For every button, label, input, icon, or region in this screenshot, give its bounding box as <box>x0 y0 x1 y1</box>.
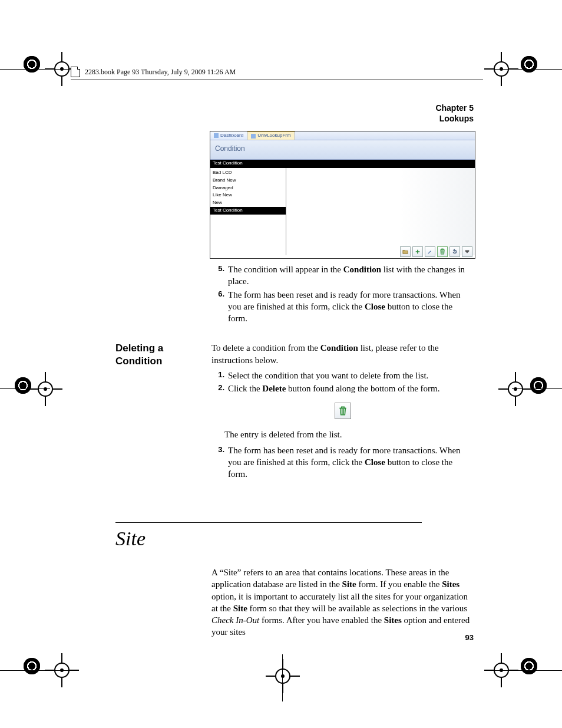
chapter-title: Lookups <box>435 114 474 124</box>
crop-mark-right-mid <box>530 377 547 394</box>
crop-guide <box>0 69 71 70</box>
pencil-icon <box>427 248 433 255</box>
section-rule <box>115 522 422 523</box>
list-item-selected[interactable]: Test Condition <box>210 207 286 215</box>
delete-intro: To delete a condition from the Condition… <box>211 342 474 366</box>
list-item[interactable]: Damaged <box>210 185 286 192</box>
crop-guide <box>491 670 562 671</box>
selected-value-bar: Test Condition <box>210 160 475 168</box>
form-toolbar <box>400 246 472 257</box>
add-button[interactable] <box>412 246 423 257</box>
list-area: Bad LCD Brand New Damaged Like New New T… <box>210 168 475 255</box>
list-item[interactable]: Like New <box>210 192 286 199</box>
step-number: 1. <box>211 370 228 381</box>
delete-step-1: 1. Select the condition that you want to… <box>211 370 474 381</box>
side-spacer <box>115 262 211 325</box>
home-icon <box>214 133 219 138</box>
detail-pane <box>286 168 475 255</box>
crop-guide <box>491 69 562 70</box>
trash-icon <box>338 406 348 416</box>
crop-guide <box>512 388 562 389</box>
content-area: 5. The condition will appear in the Cond… <box>115 262 474 648</box>
donut-icon <box>24 56 40 73</box>
delete-step-2: 2. Click the Delete button found along t… <box>211 383 474 394</box>
list-item[interactable]: New <box>210 199 286 207</box>
body-column: To delete a condition from the Condition… <box>211 342 474 481</box>
crop-mark-top-right <box>521 56 537 73</box>
crop-mark-left-mid <box>15 377 31 394</box>
step-5: 5. The condition will appear in the Cond… <box>211 263 474 288</box>
plus-icon <box>415 248 421 255</box>
crop-guide <box>0 670 71 671</box>
edit-button[interactable] <box>425 246 435 257</box>
side-spacer <box>115 566 211 642</box>
chapter-header: Chapter 5 Lookups <box>435 103 474 124</box>
close-button[interactable] <box>462 246 472 257</box>
book-icon <box>71 67 80 77</box>
form-title: Condition <box>210 140 475 160</box>
screenshot-condition-form: Dashboard UnivLookupFrm Condition Test C… <box>210 131 475 259</box>
body-column: 5. The condition will appear in the Cond… <box>211 262 474 325</box>
tab-dashboard[interactable]: Dashboard <box>210 131 247 140</box>
steps-continuation: 5. The condition will appear in the Cond… <box>115 262 474 325</box>
side-heading-deleting: Deleting a Condition <box>115 342 211 481</box>
donut-icon <box>521 658 537 674</box>
after-icon-text: The entry is deleted from the list. <box>224 429 474 440</box>
step-text: Select the condition that you want to de… <box>228 370 474 381</box>
browse-button[interactable] <box>400 246 411 257</box>
trash-icon <box>439 248 445 255</box>
donut-icon <box>24 658 40 674</box>
crop-mark-top-left <box>24 56 40 73</box>
site-section-body: A “Site” refers to an area that contains… <box>115 566 474 642</box>
crop-mark-bottom-right <box>521 658 537 674</box>
registration-target-icon <box>273 666 293 686</box>
step-text: The form has been reset and is ready for… <box>228 289 474 325</box>
step-number: 2. <box>211 383 228 394</box>
step-number: 3. <box>211 444 228 480</box>
donut-icon <box>15 377 31 394</box>
close-icon <box>464 248 470 255</box>
step-text: The form has been reset and is ready for… <box>228 444 474 480</box>
delete-icon-row <box>211 398 474 424</box>
page-number: 93 <box>465 633 474 643</box>
tab-label: UnivLookupFrm <box>257 133 290 139</box>
body-column: A “Site” refers to an area that contains… <box>211 566 474 642</box>
step-number: 6. <box>211 289 228 325</box>
crop-guide <box>282 654 283 701</box>
crop-mark-bottom-left <box>24 658 40 674</box>
site-paragraph: A “Site” refers to an area that contains… <box>211 566 474 638</box>
step-text: The condition will appear in the Conditi… <box>228 263 474 288</box>
chapter-number: Chapter 5 <box>435 103 474 114</box>
list-item[interactable]: Brand New <box>210 177 286 185</box>
form-icon <box>251 134 256 139</box>
tab-univlookupfrm[interactable]: UnivLookupFrm <box>247 131 295 140</box>
page: 2283.book Page 93 Thursday, July 9, 2009… <box>0 0 562 728</box>
deleting-condition-section: Deleting a Condition To delete a conditi… <box>115 342 474 481</box>
donut-icon <box>530 377 547 394</box>
registration-target-icon <box>35 379 55 399</box>
step-6: 6. The form has been reset and is ready … <box>211 289 474 325</box>
running-header: 2283.book Page 93 Thursday, July 9, 2009… <box>71 67 483 80</box>
tab-label: Dashboard <box>220 133 243 139</box>
undo-button[interactable] <box>449 246 460 257</box>
delete-icon-box <box>335 403 351 419</box>
step-text: Click the Delete button found along the … <box>228 383 474 394</box>
delete-step-3: 3. The form has been reset and is ready … <box>211 444 474 480</box>
condition-list[interactable]: Bad LCD Brand New Damaged Like New New T… <box>210 168 286 255</box>
step-number: 5. <box>211 263 228 288</box>
folder-icon <box>402 248 408 255</box>
tab-strip: Dashboard UnivLookupFrm <box>210 131 475 140</box>
running-header-text: 2283.book Page 93 Thursday, July 9, 2009… <box>85 67 236 77</box>
crop-guide <box>0 388 50 389</box>
delete-button[interactable] <box>437 246 448 257</box>
registration-target-icon <box>505 379 525 399</box>
section-title-site: Site <box>115 525 474 552</box>
undo-icon <box>452 248 458 255</box>
list-item[interactable]: Bad LCD <box>210 169 286 177</box>
donut-icon <box>521 56 537 73</box>
